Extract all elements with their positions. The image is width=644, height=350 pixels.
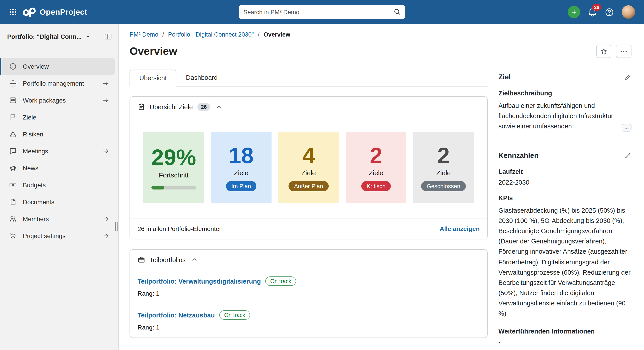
favorite-button[interactable] [596, 45, 612, 58]
tab-uebersicht[interactable]: Übersicht [130, 70, 177, 86]
edit-ziel-button[interactable] [624, 74, 632, 81]
ziele-overview-card: Übersicht Ziele 26 29% Fortschritt [130, 96, 488, 239]
sidebar-item-label: Work packages [23, 97, 96, 104]
stat-label: Ziele [234, 169, 248, 177]
chevron-up-icon [191, 256, 198, 263]
top-bar: OpenProject 26 [0, 0, 644, 24]
expand-description-button[interactable]: ... [622, 124, 632, 131]
sidebar-item-risiken[interactable]: Risiken [0, 126, 115, 143]
teilportfolios-card: Teilportfolios Teilportfolio: Verwaltung… [130, 249, 488, 338]
stat-value: 2 [370, 144, 382, 168]
sidebar-item-portfolio-management[interactable]: Portfolio management [0, 75, 115, 92]
app-root: OpenProject 26 Portfolio: "Digital Conn.… [0, 0, 644, 350]
app-shell: Portfolio: "Digital Conn... Overview Por… [0, 24, 644, 350]
sidebar-item-ziele[interactable]: Ziele [0, 109, 115, 126]
document-icon [9, 198, 17, 206]
sidebar-item-overview[interactable]: Overview [0, 58, 115, 75]
openproject-logo[interactable]: OpenProject [22, 7, 87, 17]
apps-grid-button[interactable] [4, 3, 22, 20]
help-button[interactable] [605, 7, 614, 17]
status-badge: On track [265, 276, 296, 286]
stat-label: Fortschritt [159, 171, 188, 179]
arrow-right-icon[interactable] [102, 97, 110, 104]
flag-icon [9, 113, 17, 121]
user-avatar[interactable] [622, 5, 635, 19]
arrow-right-icon[interactable] [102, 232, 110, 239]
teilportfolio-link[interactable]: Teilportfolio: Netzausbau [138, 312, 215, 319]
notifications-button[interactable]: 26 [588, 7, 597, 17]
gear-icon [9, 232, 17, 240]
kennzahlen-heading: Kennzahlen [498, 151, 538, 159]
status-badge: On track [219, 310, 250, 320]
sidebar-item-meetings[interactable]: Meetings [0, 143, 115, 160]
more-dots-icon: ⋯ [620, 47, 628, 56]
sidebar-item-members[interactable]: Members [0, 210, 115, 227]
status-badge: Geschlossen [421, 181, 466, 191]
list-item: Teilportfolio: Verwaltungsdigitalisierun… [130, 270, 487, 304]
more-menu-button[interactable]: ⋯ [616, 45, 632, 58]
clipboard-icon [138, 103, 145, 111]
pencil-icon [624, 74, 632, 81]
sidebar-item-news[interactable]: News [0, 160, 115, 176]
arrow-right-icon[interactable] [102, 80, 110, 87]
banknote-icon [9, 181, 17, 189]
ziele-card-header: Übersicht Ziele 26 [130, 97, 487, 117]
progress-bar-fill [152, 186, 164, 189]
sidebar-item-label: Portfolio management [23, 80, 96, 87]
progress-bar [152, 186, 196, 189]
teilportfolio-link[interactable]: Teilportfolio: Verwaltungsdigitalisierun… [138, 278, 261, 285]
ziele-card-footer: 26 in allen Portfolio-Elementen Alle anz… [130, 218, 487, 239]
chevron-up-icon [216, 103, 222, 110]
global-add-button[interactable] [568, 6, 580, 18]
arrow-right-icon[interactable] [102, 215, 110, 222]
stat-value: 29% [152, 146, 196, 170]
content-body: Übersicht Dashboard Übersicht Ziele 26 [130, 70, 632, 350]
tab-dashboard[interactable]: Dashboard [177, 70, 227, 86]
stat-value: 2 [437, 144, 450, 168]
collapse-card-button[interactable] [215, 103, 223, 111]
sidebar-collapse-button[interactable] [102, 31, 114, 42]
laufzeit-label: Laufzeit [498, 168, 632, 175]
teilportfolio-rank: Rang: 1 [138, 324, 480, 331]
stat-label: Ziele [301, 169, 316, 177]
sidebar-item-documents[interactable]: Documents [0, 193, 115, 210]
sidebar: Portfolio: "Digital Conn... Overview Por… [0, 24, 119, 350]
chevron-down-icon [85, 33, 91, 40]
global-search-input[interactable] [239, 5, 405, 19]
project-selector[interactable]: Portfolio: "Digital Conn... [7, 33, 91, 40]
kennzahlen-section-header: Kennzahlen [498, 151, 632, 159]
plus-icon [570, 9, 577, 15]
collapse-card-button[interactable] [190, 255, 198, 264]
status-badge: Außer Plan [289, 181, 328, 191]
ziele-card-title: Übersicht Ziele [150, 103, 193, 110]
section-divider [498, 142, 632, 142]
sidebar-item-budgets[interactable]: Budgets [0, 176, 115, 193]
teilportfolios-card-header: Teilportfolios [130, 250, 487, 270]
sidebar-item-label: Overview [23, 63, 110, 70]
show-all-link[interactable]: Alle anzeigen [440, 225, 480, 232]
sidebar-item-label: Project settings [23, 232, 96, 239]
stat-tile-geschlossen: 2 Ziele Geschlossen [413, 132, 474, 203]
sidebar-item-project-settings[interactable]: Project settings [0, 227, 115, 244]
openproject-logo-text: OpenProject [40, 7, 87, 17]
kpis-text: Glasfaserabdeckung (%) bis 2025 (50%) bi… [498, 205, 632, 319]
sidebar-item-work-packages[interactable]: Work packages [0, 92, 115, 109]
notification-count-badge: 26 [592, 4, 601, 10]
page-title: Overview [130, 45, 177, 57]
breadcrumb-portfolio-link[interactable]: Portfolio: "Digital Connect 2030" [168, 31, 254, 38]
breadcrumb-separator [162, 31, 164, 38]
sidebar-nav: Overview Portfolio management Work packa… [0, 58, 118, 244]
breadcrumb-project-link[interactable]: PM² Demo [130, 31, 158, 38]
megaphone-icon [9, 164, 17, 172]
ziel-heading: Ziel [498, 73, 511, 81]
briefcase-icon [9, 79, 17, 87]
sidebar-item-label: Documents [23, 198, 110, 205]
ziel-section-header: Ziel [498, 73, 632, 81]
sidebar-resize-handle[interactable] [115, 222, 118, 231]
arrow-right-icon[interactable] [102, 148, 110, 155]
sidebar-header: Portfolio: "Digital Conn... [0, 30, 118, 43]
search-icon[interactable] [394, 8, 401, 16]
teilportfolios-card-title: Teilportfolios [150, 256, 186, 263]
collapse-sidebar-icon [104, 32, 112, 41]
edit-kennzahlen-button[interactable] [624, 152, 632, 159]
